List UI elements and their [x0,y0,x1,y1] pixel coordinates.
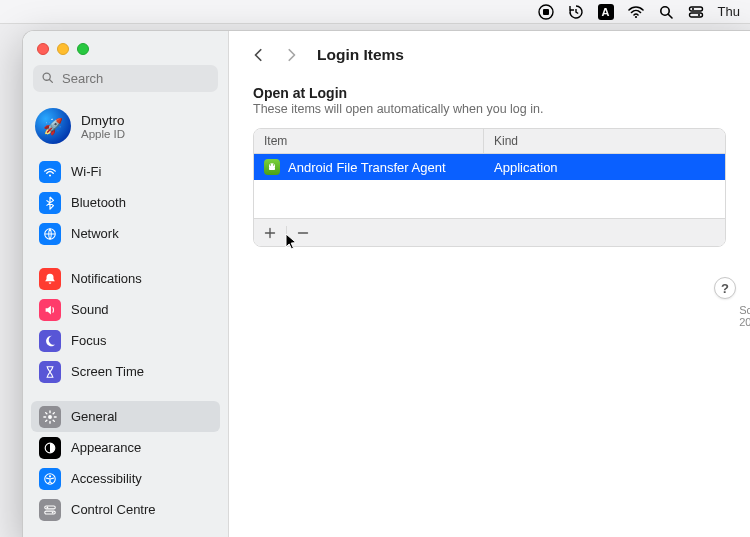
svg-point-21 [270,164,271,165]
time-machine-icon[interactable] [568,4,584,20]
svg-rect-17 [45,506,56,509]
sidebar-item-label: General [71,409,117,424]
forward-button[interactable] [279,41,303,69]
svg-rect-1 [543,9,549,15]
sidebar-item-label: Accessibility [71,471,142,486]
help-button[interactable]: ? [714,277,736,299]
svg-line-10 [49,79,52,82]
sidebar-item-accessibility[interactable]: Accessibility [31,463,220,494]
search-icon [41,71,54,87]
sidebar-item-label: Focus [71,333,106,348]
row-item-kind: Application [484,160,725,175]
sidebar-item-focus[interactable]: Focus [31,325,220,356]
svg-point-13 [48,415,52,419]
minimize-window-button[interactable] [57,43,69,55]
sidebar-item-label: Network [71,226,119,241]
content-titlebar: Login Items [229,31,750,79]
svg-point-11 [49,174,51,176]
svg-point-20 [52,511,54,513]
system-menubar: A Thu [0,0,750,24]
bluetooth-icon [39,192,61,214]
svg-point-2 [634,15,636,17]
speaker-icon [39,299,61,321]
column-header-item[interactable]: Item [254,129,484,153]
remove-item-button[interactable] [291,223,315,243]
sidebar: Dmytro Apple ID Wi-Fi Bluetooth [23,31,229,537]
section-subtitle: These items will open automatically when… [253,102,726,116]
sidebar-item-sound[interactable]: Sound [31,294,220,325]
sidebar-item-label: Control Centre [71,502,156,517]
background-text: Sc 20 [739,304,750,328]
sidebar-item-appearance[interactable]: Appearance [31,432,220,463]
bell-icon [39,268,61,290]
svg-rect-19 [45,511,56,514]
text-input-icon[interactable]: A [598,4,614,20]
svg-rect-5 [689,7,702,11]
page-title: Login Items [317,46,404,64]
section-title: Open at Login [253,85,726,101]
sidebar-item-label: Screen Time [71,364,144,379]
toolbar-divider [286,226,287,240]
content-pane: Login Items Open at Login These items wi… [229,31,750,537]
column-header-kind[interactable]: Kind [484,129,725,153]
gear-icon [39,406,61,428]
search-field[interactable] [33,65,218,92]
spotlight-icon[interactable] [658,4,674,20]
close-window-button[interactable] [37,43,49,55]
user-avatar [35,108,71,144]
search-input[interactable] [60,70,232,87]
android-icon [264,159,280,175]
table-body: Android File Transfer Agent Application [254,154,725,218]
wifi-icon [39,161,61,183]
sidebar-item-wifi[interactable]: Wi-Fi [31,156,220,187]
sidebar-item-general[interactable]: General [31,401,220,432]
svg-rect-23 [269,167,275,170]
row-item-name: Android File Transfer Agent [288,160,446,175]
menubar-clock[interactable]: Thu [718,4,740,19]
sidebar-item-notifications[interactable]: Notifications [31,263,220,294]
sidebar-item-label: Bluetooth [71,195,126,210]
moon-icon [39,330,61,352]
svg-point-18 [47,506,49,508]
network-icon [39,223,61,245]
back-button[interactable] [247,41,271,69]
table-toolbar [254,218,725,246]
apple-id-row[interactable]: Dmytro Apple ID [23,102,228,156]
login-items-table: Item Kind Android File Transfer Agent Ap… [253,128,726,247]
window-controls [23,39,228,65]
sidebar-nav: Wi-Fi Bluetooth Network [23,156,228,537]
sidebar-item-label: Sound [71,302,109,317]
settings-window: Dmytro Apple ID Wi-Fi Bluetooth [22,30,750,537]
sidebar-item-bluetooth[interactable]: Bluetooth [31,187,220,218]
sidebar-item-label: Appearance [71,440,141,455]
sidebar-item-label: Wi-Fi [71,164,101,179]
hourglass-icon [39,361,61,383]
user-subtitle: Apple ID [81,128,125,140]
control-centre-icon [39,499,61,521]
svg-point-16 [49,475,51,477]
sidebar-item-screentime[interactable]: Screen Time [31,356,220,387]
control-center-icon[interactable] [688,4,704,20]
svg-point-22 [273,164,274,165]
sidebar-item-network[interactable]: Network [31,218,220,249]
svg-point-8 [697,13,699,15]
user-name: Dmytro [81,113,125,128]
help-label: ? [721,281,729,296]
add-item-button[interactable] [258,223,282,243]
svg-rect-7 [689,13,702,17]
stop-record-icon[interactable] [538,4,554,20]
table-row[interactable]: Android File Transfer Agent Application [254,154,725,180]
svg-point-6 [691,7,693,9]
wifi-icon[interactable] [628,4,644,20]
sidebar-item-controlcentre[interactable]: Control Centre [31,494,220,525]
table-header: Item Kind [254,129,725,154]
svg-line-4 [668,14,672,18]
sidebar-item-label: Notifications [71,271,142,286]
appearance-icon [39,437,61,459]
zoom-window-button[interactable] [77,43,89,55]
accessibility-icon [39,468,61,490]
